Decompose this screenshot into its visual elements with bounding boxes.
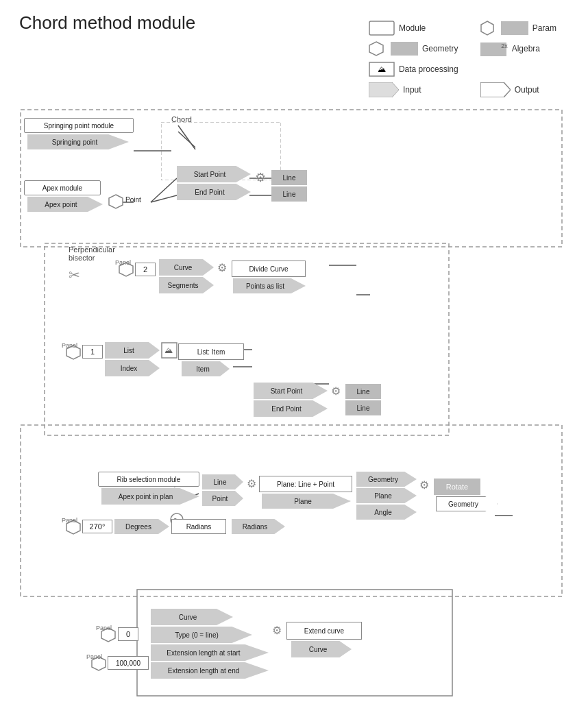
point-2-node: Point (202, 491, 243, 506)
svg-marker-5 (369, 82, 399, 97)
legend-output: Output (480, 82, 556, 97)
list-node: List (105, 342, 160, 359)
angle-input-node: Angle (356, 505, 417, 520)
geometry-input-node: Geometry (356, 472, 417, 487)
plane-line-point-node: Plane: Line + Point (259, 476, 352, 492)
legend: Module Param Geometry 2x Algebra ⛰ Data … (369, 21, 567, 97)
item-node: Item (182, 361, 230, 376)
rotate-node: Rotate (434, 479, 480, 495)
svg-text:⚙: ⚙ (255, 171, 266, 184)
line-node-2: Line (271, 186, 307, 202)
svg-line-14 (151, 195, 177, 202)
legend-module: Module (369, 21, 458, 36)
legend-param: Param (480, 21, 556, 36)
panel-1-box: 1 (82, 345, 103, 359)
svg-line-13 (151, 178, 177, 202)
svg-rect-36 (162, 343, 177, 358)
list-item-node: List: Item (178, 343, 244, 360)
divide-curve-node: Divide Curve (232, 261, 306, 277)
svg-text:✂: ✂ (69, 267, 80, 282)
svg-marker-6 (480, 82, 511, 97)
svg-text:⚙: ⚙ (272, 625, 282, 636)
svg-marker-1 (481, 21, 493, 35)
svg-text:⚙: ⚙ (331, 385, 341, 397)
radians-converter-node: Radians (171, 519, 226, 534)
panel-label-1: Panel (115, 259, 131, 266)
line-5-node: Line (202, 474, 243, 489)
svg-text:⚙: ⚙ (419, 479, 429, 491)
chord-label: Chord (171, 115, 192, 123)
index-node: Index (105, 360, 160, 376)
point-label: Point (125, 196, 141, 204)
radians-out-node: Radians (232, 519, 285, 534)
geometry-output-node: Geometry (436, 496, 498, 511)
type-line-node: Type (0 = line) (151, 627, 252, 643)
apex-point-node: Apex point (27, 197, 103, 212)
page-title: Chord method module (19, 12, 195, 34)
extend-curve-node: Extend curve (286, 622, 362, 640)
svg-marker-2 (369, 42, 383, 56)
svg-rect-0 (369, 21, 394, 35)
points-as-list-node: Points as list (233, 278, 306, 293)
panel-270-box: 270° (82, 520, 112, 533)
panel-100000-box: 100,000 (108, 656, 149, 670)
panel-2-box: 2 (135, 263, 156, 276)
perp-bisector-label: Perpendicular bisector (69, 245, 115, 262)
legend-dataproc: ⛰ Data processing (369, 62, 458, 77)
svg-text:⚙: ⚙ (217, 262, 227, 274)
plane-input-2: Plane (356, 488, 417, 503)
svg-line-29 (178, 125, 195, 149)
legend-geometry: Geometry (369, 41, 458, 56)
svg-text:⛰: ⛰ (378, 64, 386, 74)
apex-module-box: Apex module (24, 180, 101, 195)
apex-point-plan-node: Apex point in plan (101, 488, 199, 505)
end-point-2: End Point (254, 400, 328, 417)
plane-output-node: Plane (262, 494, 351, 509)
line-node-4: Line (345, 400, 381, 415)
rib-selection-box: Rib selection module (98, 472, 199, 487)
svg-text:⛰: ⛰ (164, 346, 173, 355)
ext-start-node: Extension length at start (151, 644, 269, 661)
start-point-2: Start Point (254, 383, 328, 399)
degrees-node: Degrees (114, 519, 169, 534)
springing-point-module-box: Springing point module (24, 118, 134, 133)
start-point-node: Start Point (177, 166, 251, 182)
legend-input: Input (369, 82, 458, 97)
segments-node: Segments (159, 277, 214, 293)
ext-end-node: Extension length at end (151, 662, 269, 679)
svg-text:⚙: ⚙ (247, 478, 256, 489)
springing-point-node: Springing point (27, 134, 129, 149)
point-hex-label (111, 194, 121, 209)
panel-0-box: 0 (118, 627, 138, 641)
svg-line-15 (178, 132, 195, 147)
curve-1-node: Curve (159, 259, 214, 276)
curve-2-node: Curve (151, 609, 233, 625)
end-point-node: End Point (177, 184, 251, 200)
line-node-3: Line (345, 384, 381, 399)
line-node-1: Line (271, 170, 307, 185)
curve-3-node: Curve (291, 641, 352, 657)
legend-algebra: 2x Algebra (480, 41, 556, 56)
